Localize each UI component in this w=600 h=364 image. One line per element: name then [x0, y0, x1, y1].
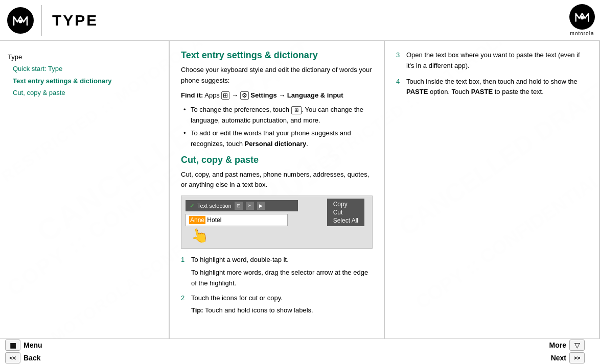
find-it-apps: Apps [204, 91, 221, 99]
find-it-path: Settings → Language & input [250, 91, 343, 99]
sidebar: Type Quick start: Type Text entry settin… [0, 41, 169, 338]
footer-right: More ▽ Next >> [174, 339, 595, 363]
next-label: Next [551, 354, 566, 362]
motorola-logo-right-circle [569, 4, 595, 30]
step-2-text: Touch the icons for cut or copy. [191, 293, 283, 304]
find-it-line: Find it: Apps ⊞ → ⚙ Settings → Language … [181, 90, 373, 101]
more-label: More [549, 341, 566, 349]
header: TYPE motorola [0, 0, 600, 41]
section-cut-copy-heading: Cut, copy & paste [181, 155, 373, 165]
step-4: 4 Touch inside the text box, then touch … [396, 77, 588, 98]
check-icon: ✓ [190, 203, 194, 209]
content-area: Text entry settings & dictionary Choose … [169, 41, 600, 338]
back-button[interactable]: << Back [5, 352, 174, 363]
step-3-num: 3 [396, 50, 403, 71]
section-cut-copy-body: Cut, copy, and past names, phone numbers… [181, 169, 373, 191]
step-1-num: 1 [181, 255, 188, 265]
tip-text: Touch and hold icons to show labels. [205, 306, 313, 314]
step-1-sub: To highlight more words, drag the select… [191, 268, 373, 289]
step-3: 3 Open the text box where you want to pa… [396, 50, 588, 71]
menu-label: Menu [24, 341, 42, 349]
sidebar-item-quickstart[interactable]: Quick start: Type [8, 63, 161, 75]
more-button[interactable]: More ▽ [549, 339, 585, 351]
step-3-text: Open the text box where you want to past… [406, 50, 588, 71]
sel-icon-3: ▶ [257, 202, 265, 210]
popup-cut: Cut [333, 209, 358, 216]
content-wrapper: RESTRICTED :: MOTOROLACONFIDENTIAL CANCE… [0, 41, 600, 364]
text-selection-label: Text selection [197, 203, 232, 209]
bullet-item-1: • To change the preferences, touch ⊞. Yo… [183, 105, 373, 126]
highlighted-word: Anne [189, 216, 205, 224]
page-title: TYPE [42, 12, 98, 29]
finger-tap-icon: 👆 [189, 225, 210, 246]
motorola-logo-circle [7, 7, 34, 34]
back-label: Back [24, 354, 40, 362]
sidebar-item-text-entry[interactable]: Text entry settings & dictionary [8, 75, 161, 87]
input-mock: Anne Hotel [186, 214, 288, 226]
menu-icon[interactable]: ▦ [5, 339, 20, 351]
logo-left [0, 2, 41, 39]
sel-icon-1: ⊡ [235, 202, 243, 210]
apps-icon: ⊞ [221, 91, 229, 100]
step-4-text: Touch inside the text box, then touch an… [406, 77, 588, 98]
bullet-item-2: • To add or edit the words that your pho… [183, 128, 373, 150]
sidebar-item-type[interactable]: Type [8, 51, 161, 63]
more-icon[interactable]: ▽ [569, 339, 585, 351]
step-1-text: To highlight a word, double-tap it. [191, 255, 289, 265]
text-selection-bar: ✓ Text selection ⊡ ✂ ▶ [186, 200, 298, 211]
screenshot-mock: ✓ Text selection ⊡ ✂ ▶ Copy Cut Select A… [181, 196, 373, 249]
popup-select-all: Select All [333, 217, 358, 224]
section-text-entry-body: Choose your keyboard style and edit the … [181, 65, 373, 86]
popup-copy: Copy [333, 201, 358, 208]
motorola-m-icon-right [573, 8, 591, 26]
content-left: Text entry settings & dictionary Choose … [170, 41, 385, 338]
section-text-entry-heading: Text entry settings & dictionary [181, 50, 373, 61]
motorola-m-icon [11, 11, 30, 30]
step-1: 1 To highlight a word, double-tap it. [181, 255, 373, 265]
svg-point-3 [581, 16, 584, 20]
normal-word: Hotel [205, 216, 221, 224]
tip-label: Tip: [191, 306, 203, 314]
footer: ▦ Menu << Back More ▽ Next [0, 338, 600, 364]
back-icon[interactable]: << [5, 352, 20, 363]
find-it-arrow: → [232, 91, 240, 99]
logo-right: motorola [569, 4, 595, 36]
menu-button[interactable]: ▦ Menu [5, 339, 174, 351]
step-2: 2 Touch the icons for cut or copy. [181, 293, 373, 304]
next-icon[interactable]: >> [569, 352, 585, 363]
bullet-list-section1: • To change the preferences, touch ⊞. Yo… [181, 105, 373, 149]
find-it-label: Find it: [181, 91, 203, 99]
pref-icon: ⊞ [291, 106, 302, 114]
content-right: 3 Open the text box where you want to pa… [385, 41, 599, 338]
step-2-num: 2 [181, 293, 188, 304]
footer-left: ▦ Menu << Back [5, 339, 174, 363]
main-layout: Type Quick start: Type Text entry settin… [0, 41, 600, 338]
motorola-brand-text: motorola [570, 31, 594, 36]
popup-menu: Copy Cut Select All [327, 199, 364, 226]
next-button[interactable]: Next >> [551, 352, 585, 363]
step-4-num: 4 [396, 77, 403, 98]
sidebar-item-cut-copy[interactable]: Cut, copy & paste [8, 87, 161, 99]
find-it-settings-icon: ⚙ [240, 91, 249, 100]
step-2-sub: Tip: Touch and hold icons to show labels… [191, 305, 373, 316]
sel-icon-2: ✂ [246, 202, 254, 210]
svg-point-1 [19, 19, 22, 23]
